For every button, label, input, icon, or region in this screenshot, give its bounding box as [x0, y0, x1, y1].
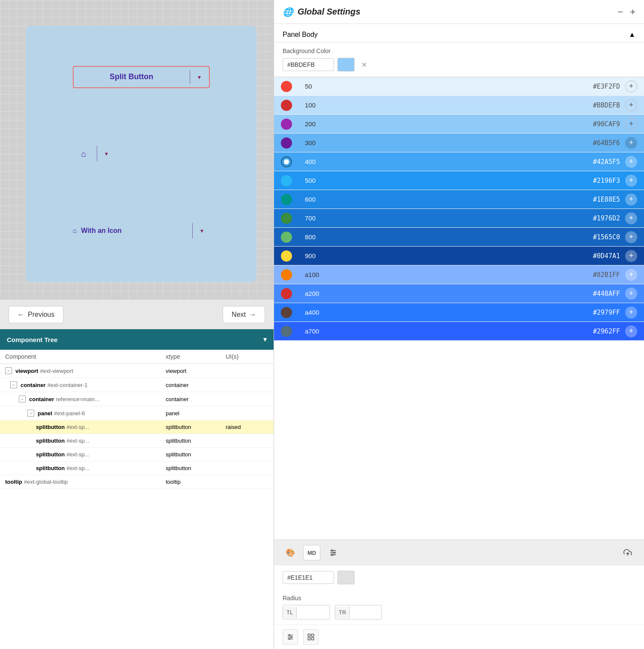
next-label: Next	[232, 311, 246, 319]
color-input-field[interactable]	[283, 58, 334, 71]
row-component-name: splitbutton #ext-sp...	[36, 424, 166, 430]
md-tab[interactable]: MD	[303, 545, 320, 560]
sliders-icon-button[interactable]	[325, 545, 341, 560]
palette-circle-grey	[281, 326, 292, 337]
color-add-900[interactable]: +	[625, 250, 637, 262]
palette-icon-button[interactable]: 🎨	[283, 545, 298, 560]
second-color-input[interactable]	[283, 571, 334, 584]
left-panel: Split Button ▾ ⌂ ▾ ⌂ With an Icon ▾	[0, 0, 274, 649]
with-icon-label-part[interactable]: ⌂ With an Icon	[73, 227, 191, 235]
sliders-toolbar-button[interactable]	[283, 629, 298, 645]
table-row[interactable]: − container #ext-container-1 container	[0, 378, 274, 392]
collapse-icon[interactable]: −	[19, 396, 26, 402]
palette-circle-purple500	[281, 119, 292, 130]
color-key-100: 100	[301, 101, 593, 109]
color-add-a400[interactable]: +	[625, 307, 637, 319]
next-button[interactable]: Next →	[223, 306, 265, 323]
panel-body-title: Panel Body	[283, 31, 318, 39]
palette-circle-selected	[281, 156, 292, 167]
color-row-600[interactable]: 600 #1E88E5 +	[274, 190, 644, 209]
color-row-50[interactable]: 50 #E3F2FD +	[274, 77, 644, 96]
grid-toolbar-button[interactable]	[303, 629, 319, 645]
palette-circle-orange700	[281, 269, 292, 280]
color-add-200[interactable]: +	[625, 118, 637, 130]
bg-color-label: Background Color	[283, 48, 635, 54]
previous-label: Previous	[28, 311, 54, 319]
palette-footer: 🎨 MD	[274, 539, 644, 566]
color-row-700[interactable]: 700 #1976D2 +	[274, 209, 644, 228]
table-row[interactable]: splitbutton #ext-sp... splitbutton raise…	[0, 420, 274, 434]
color-key-200: 200	[301, 120, 593, 128]
color-row-300[interactable]: 300 #64B5F6 +	[274, 134, 644, 152]
color-row-200[interactable]: 200 #90CAF9 +	[274, 115, 644, 134]
component-tree-collapse-icon[interactable]: ▾	[263, 336, 267, 343]
with-icon-arrow[interactable]: ▾	[194, 227, 210, 234]
color-hex-400: #42A5F5	[593, 158, 620, 166]
table-row[interactable]: − container reference=main... container	[0, 392, 274, 406]
table-row[interactable]: − panel #ext-panel-6 panel	[0, 406, 274, 420]
collapse-icon[interactable]: −	[27, 410, 34, 417]
color-row-a100[interactable]: a100 #82B1FF +	[274, 265, 644, 284]
row-component-name: splitbutton #ext-sp...	[36, 451, 166, 458]
color-add-a100[interactable]: +	[625, 269, 637, 281]
table-row[interactable]: − viewport #ext-viewport viewport	[0, 364, 274, 378]
color-add-500[interactable]: +	[625, 175, 637, 187]
split-button-arrow[interactable]: ▾	[190, 67, 209, 87]
color-hex-50: #E3F2FD	[593, 83, 620, 90]
color-add-300[interactable]: +	[625, 137, 637, 149]
previous-button[interactable]: ← Previous	[9, 306, 63, 323]
svg-rect-13	[308, 634, 310, 636]
color-row-900[interactable]: 900 #0D47A1 +	[274, 247, 644, 265]
table-row[interactable]: splitbutton #ext-sp... splitbutton	[0, 434, 274, 448]
color-hex-200: #90CAF9	[593, 120, 620, 128]
panel-body-section: Panel Body ▲	[274, 24, 644, 42]
tree-table-header: Component xtype UI(s)	[0, 350, 274, 364]
color-add-700[interactable]: +	[625, 212, 637, 224]
tl-label: TL	[283, 607, 297, 618]
collapse-icon[interactable]: −	[5, 367, 12, 374]
tr-input[interactable]	[350, 607, 382, 618]
color-add-400[interactable]: +	[625, 156, 637, 168]
panel-body-collapse-icon[interactable]: ▲	[629, 31, 635, 39]
icon-arrow-button[interactable]: ▾	[99, 150, 114, 157]
color-row-a200[interactable]: a200 #448AFF +	[274, 284, 644, 303]
color-add-50[interactable]: +	[625, 80, 637, 92]
color-key-400: 400	[301, 158, 593, 165]
color-swatch[interactable]	[337, 58, 355, 71]
tl-input[interactable]	[297, 607, 330, 618]
header-actions: − +	[617, 6, 635, 18]
split-button-demo[interactable]: Split Button ▾	[73, 66, 210, 88]
nav-controls: ← Previous Next →	[0, 299, 274, 329]
color-add-800[interactable]: +	[625, 231, 637, 243]
globe-icon: 🌐	[283, 7, 293, 17]
table-row[interactable]: splitbutton #ext-sp... splitbutton	[0, 448, 274, 461]
table-row[interactable]: tooltip #ext-global-tooltip tooltip	[0, 475, 274, 489]
color-row-a400[interactable]: a400 #2979FF +	[274, 303, 644, 322]
collapse-icon[interactable]: −	[10, 381, 17, 388]
color-row-400[interactable]: 400 #42A5F5 +	[274, 152, 644, 171]
color-add-a700[interactable]: +	[625, 325, 637, 337]
upload-button[interactable]	[620, 545, 635, 560]
table-row[interactable]: splitbutton #ext-sp... splitbutton	[0, 461, 274, 475]
second-color-swatch[interactable]	[337, 571, 355, 584]
color-add-a200[interactable]: +	[625, 288, 637, 300]
minimize-button[interactable]: −	[617, 6, 623, 18]
icon-home-button[interactable]: ⌂	[73, 149, 95, 159]
color-add-100[interactable]: +	[625, 99, 637, 111]
palette-circle-green400	[281, 232, 292, 243]
with-icon-home: ⌂	[73, 227, 77, 235]
color-add-600[interactable]: +	[625, 194, 637, 205]
expand-button[interactable]: +	[630, 6, 635, 18]
tl-radius-group: TL ▲ ▼	[283, 605, 330, 619]
color-key-800: 800	[301, 233, 593, 241]
global-settings-title: 🌐 Global Settings	[283, 7, 361, 17]
color-row-500[interactable]: 500 #2196F3 +	[274, 171, 644, 190]
color-row-100[interactable]: 100 #BBDEFB +	[274, 96, 644, 115]
color-row-800[interactable]: 800 #1565C0 +	[274, 228, 644, 247]
split-button-label: Split Button	[74, 67, 190, 87]
color-row-a700[interactable]: a700 #2962FF +	[274, 322, 644, 341]
col-uis: UI(s)	[226, 353, 268, 360]
color-clear-button[interactable]: ✕	[358, 59, 370, 71]
svg-point-12	[289, 638, 290, 640]
next-arrow-icon: →	[249, 311, 256, 319]
